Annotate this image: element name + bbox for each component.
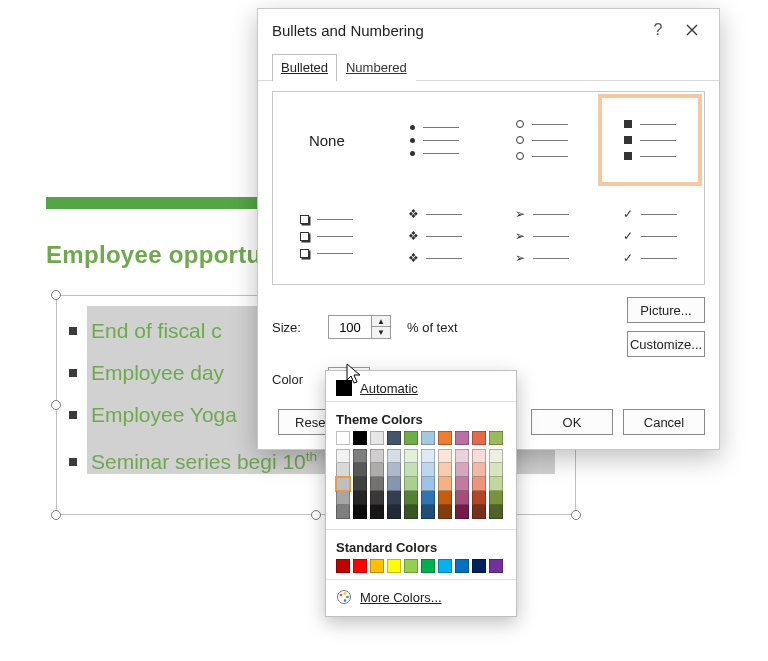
color-swatch[interactable]: [387, 449, 401, 463]
color-swatch[interactable]: [404, 431, 418, 445]
automatic-color-item[interactable]: Automatic: [326, 375, 516, 402]
color-swatch[interactable]: [455, 431, 469, 445]
color-swatch[interactable]: [472, 477, 486, 491]
bullet-style-arrow[interactable]: ➢ ➢ ➢: [489, 188, 597, 284]
color-swatch[interactable]: [438, 505, 452, 519]
color-swatch[interactable]: [438, 491, 452, 505]
color-swatch[interactable]: [421, 559, 435, 573]
resize-handle[interactable]: [571, 510, 581, 520]
color-swatch[interactable]: [404, 463, 418, 477]
color-swatch[interactable]: [353, 449, 367, 463]
color-swatch[interactable]: [489, 559, 503, 573]
color-swatch[interactable]: [489, 477, 503, 491]
resize-handle[interactable]: [51, 290, 61, 300]
color-swatch[interactable]: [489, 431, 503, 445]
color-swatch[interactable]: [421, 449, 435, 463]
color-swatch[interactable]: [472, 559, 486, 573]
color-swatch[interactable]: [387, 463, 401, 477]
color-swatch[interactable]: [472, 449, 486, 463]
color-swatch[interactable]: [438, 431, 452, 445]
resize-handle[interactable]: [51, 510, 61, 520]
color-swatch[interactable]: [353, 463, 367, 477]
color-swatch[interactable]: [353, 559, 367, 573]
more-colors-item[interactable]: More Colors...: [326, 584, 516, 610]
color-swatch[interactable]: [404, 505, 418, 519]
cancel-button[interactable]: Cancel: [623, 409, 705, 435]
color-swatch[interactable]: [404, 559, 418, 573]
color-swatch[interactable]: [387, 505, 401, 519]
color-swatch[interactable]: [336, 559, 350, 573]
color-swatch[interactable]: [370, 505, 384, 519]
color-swatch[interactable]: [455, 559, 469, 573]
bullet-style-open-circle[interactable]: [489, 92, 597, 188]
tab-numbered[interactable]: Numbered: [337, 54, 416, 81]
bullet-style-square[interactable]: [596, 92, 704, 188]
color-swatch[interactable]: [489, 449, 503, 463]
color-swatch[interactable]: [404, 491, 418, 505]
color-swatch[interactable]: [370, 559, 384, 573]
dialog-titlebar[interactable]: Bullets and Numbering ?: [258, 9, 719, 53]
color-swatch[interactable]: [353, 491, 367, 505]
resize-handle[interactable]: [311, 510, 321, 520]
bullet-style-shadow-square[interactable]: [273, 188, 381, 284]
color-swatch[interactable]: [336, 431, 350, 445]
color-swatch[interactable]: [421, 463, 435, 477]
resize-handle[interactable]: [51, 400, 61, 410]
color-swatch[interactable]: [421, 491, 435, 505]
color-swatch[interactable]: [353, 431, 367, 445]
color-swatch[interactable]: [336, 463, 350, 477]
color-swatch[interactable]: [370, 491, 384, 505]
color-swatch[interactable]: [455, 477, 469, 491]
size-spinner[interactable]: ▲ ▼: [328, 315, 391, 339]
tab-bulleted[interactable]: Bulleted: [272, 54, 337, 81]
color-swatch[interactable]: [489, 463, 503, 477]
color-swatch[interactable]: [353, 477, 367, 491]
bullet-style-diamond[interactable]: ❖ ❖ ❖: [381, 188, 489, 284]
customize-button[interactable]: Customize...: [627, 331, 705, 357]
color-swatch[interactable]: [353, 505, 367, 519]
more-colors-label: More Colors...: [360, 590, 442, 605]
color-swatch[interactable]: [370, 477, 384, 491]
color-swatch[interactable]: [455, 449, 469, 463]
color-swatch[interactable]: [336, 491, 350, 505]
color-swatch[interactable]: [387, 491, 401, 505]
color-swatch[interactable]: [404, 477, 418, 491]
color-swatch[interactable]: [472, 491, 486, 505]
color-swatch[interactable]: [489, 505, 503, 519]
color-swatch[interactable]: [336, 505, 350, 519]
picture-button[interactable]: Picture...: [627, 297, 705, 323]
color-swatch[interactable]: [421, 505, 435, 519]
help-button[interactable]: ?: [641, 17, 675, 43]
color-swatch[interactable]: [438, 559, 452, 573]
color-swatch[interactable]: [387, 431, 401, 445]
size-input[interactable]: [329, 316, 371, 338]
color-swatch[interactable]: [421, 477, 435, 491]
color-swatch[interactable]: [404, 449, 418, 463]
color-swatch[interactable]: [455, 505, 469, 519]
color-swatch[interactable]: [336, 477, 350, 491]
color-swatch[interactable]: [438, 477, 452, 491]
spin-down-button[interactable]: ▼: [372, 327, 390, 338]
spin-up-button[interactable]: ▲: [372, 316, 390, 327]
color-swatch[interactable]: [438, 449, 452, 463]
color-swatch[interactable]: [370, 449, 384, 463]
color-swatch[interactable]: [438, 463, 452, 477]
close-icon: [686, 24, 698, 36]
close-button[interactable]: [675, 17, 709, 43]
color-swatch[interactable]: [472, 505, 486, 519]
color-swatch[interactable]: [455, 463, 469, 477]
color-swatch[interactable]: [336, 449, 350, 463]
color-swatch[interactable]: [370, 431, 384, 445]
color-swatch[interactable]: [489, 491, 503, 505]
color-swatch[interactable]: [472, 431, 486, 445]
bullet-style-dot[interactable]: [381, 92, 489, 188]
color-swatch[interactable]: [387, 559, 401, 573]
color-swatch[interactable]: [421, 431, 435, 445]
bullet-style-check[interactable]: ✓ ✓ ✓: [596, 188, 704, 284]
color-swatch[interactable]: [370, 463, 384, 477]
color-swatch[interactable]: [455, 491, 469, 505]
color-swatch[interactable]: [472, 463, 486, 477]
ok-button[interactable]: OK: [531, 409, 613, 435]
bullet-style-none[interactable]: None: [273, 92, 381, 188]
color-swatch[interactable]: [387, 477, 401, 491]
